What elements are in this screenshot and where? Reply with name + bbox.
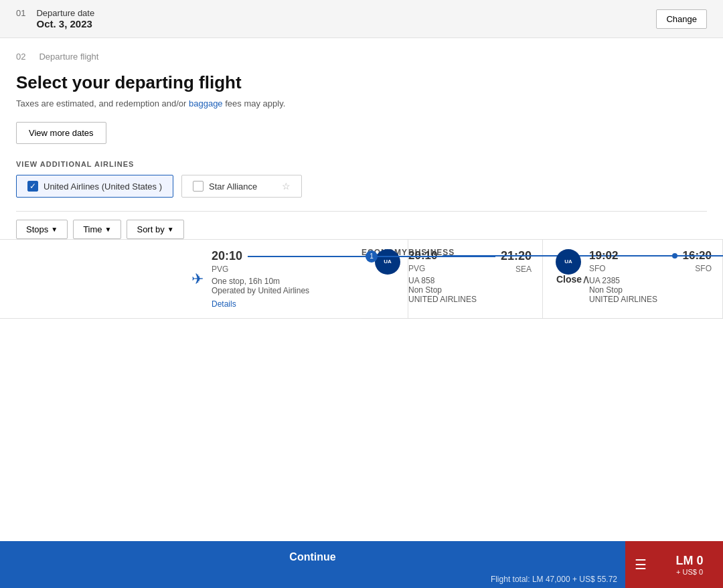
ua-logo-2: UA — [556, 249, 581, 275]
continue-section: Continue Flight total: LM 47,000 + US$ 5… — [0, 541, 625, 588]
departure-date-header: 01 Departure date Oct. 3, 2023 Change — [0, 0, 723, 38]
segment-2-left: UA 19:02 21:20 SFO SEA UA 2385 Non Sto — [542, 240, 723, 318]
seg-2-times: 19:02 21:20 — [589, 249, 723, 263]
stop-dot: 1 — [366, 250, 378, 263]
united-checkbox[interactable]: ✓ — [27, 181, 38, 192]
stops-label: Stops — [26, 224, 48, 234]
sort-by-filter[interactable]: Sort by ▼ — [127, 220, 183, 239]
lm-sub: + US$ 0 — [676, 568, 703, 576]
step-01-num: 01 — [16, 8, 25, 18]
depart-airport-1: PVG — [212, 265, 228, 274]
flight-total: Flight total: LM 47,000 + US$ 55.72 — [0, 573, 625, 588]
stops-filter[interactable]: Stops ▼ — [16, 220, 68, 239]
main-content: Select your departing flight Taxes are e… — [0, 72, 723, 239]
step-01: 01 Departure date Oct. 3, 2023 — [16, 8, 94, 29]
subtitle-end: fees may apply. — [223, 98, 286, 108]
airline-option-united[interactable]: ✓ United Airlines (United States ) — [16, 175, 173, 198]
airlines-label: VIEW ADDITIONAL AIRLINES — [16, 160, 707, 168]
airline-option-star[interactable]: Star Alliance ☆ — [181, 175, 302, 198]
change-date-button[interactable]: Change — [656, 9, 707, 29]
step-02-num: 02 — [16, 52, 25, 62]
hamburger-button[interactable]: ☰ — [625, 541, 656, 588]
step-02-label: Departure flight — [39, 52, 98, 62]
page-title: Select your departing flight — [16, 72, 707, 93]
star-label: Star Alliance — [209, 181, 257, 192]
time-arrow: ▼ — [105, 226, 112, 233]
flight-icon: ✈ — [191, 271, 204, 288]
seg-1-dep-apt: PVG — [408, 264, 425, 273]
filters-row: Stops ▼ Time ▼ Sort by ▼ — [16, 211, 707, 239]
seg-2-info: 19:02 21:20 SFO SEA UA 2385 Non Stop UNI… — [589, 249, 723, 304]
seg-2-stop-type: Non Stop — [589, 285, 723, 295]
column-headers: ECONOMY BUSINESS — [0, 240, 181, 319]
depart-time-1: 20:10 — [212, 249, 242, 263]
star-checkbox[interactable] — [193, 181, 204, 192]
seg-2-flight-num: UA 2385 — [589, 276, 723, 285]
bottom-bar: Continue Flight total: LM 47,000 + US$ 5… — [0, 541, 723, 588]
seg-2-airline: UNITED AIRLINES — [589, 295, 723, 304]
united-label: United Airlines (United States ) — [44, 181, 162, 192]
page-subtitle: Taxes are estimated, and redemption and/… — [16, 98, 707, 108]
view-more-dates-button[interactable]: View more dates — [16, 122, 106, 144]
airlines-options: ✓ United Airlines (United States ) Star … — [16, 175, 707, 198]
hamburger-icon: ☰ — [635, 557, 647, 573]
details-anchor-1[interactable]: Details — [212, 299, 236, 309]
expanded-segment-2: UA 19:02 21:20 SFO SEA UA 2385 Non Sto — [542, 240, 723, 319]
section-02-header: 02 Departure flight — [0, 38, 723, 62]
sort-arrow: ▼ — [167, 226, 174, 233]
seg-2-depart: 19:02 — [589, 249, 618, 263]
star-icon: ☆ — [282, 181, 291, 192]
subtitle-text: Taxes are estimated, and redemption and/… — [16, 98, 189, 108]
seg-2-airports: SFO SEA — [589, 264, 723, 273]
route-line-1: 1 — [248, 250, 495, 263]
seg-2-dep-apt: SFO — [589, 264, 606, 273]
step-01-value: Oct. 3, 2023 — [36, 18, 94, 29]
segment-2-detail: UA 19:02 21:20 SFO SEA UA 2385 Non Sto — [556, 249, 723, 304]
time-filter[interactable]: Time ▼ — [73, 220, 121, 239]
time-label: Time — [83, 224, 102, 234]
seg-2-bar — [623, 255, 723, 256]
flight-1-times: 20:10 1 21:20 — [212, 249, 532, 263]
close-row: ✈ 20:10 1 21:20 PVG SEA One stop, 16h 10… — [181, 240, 362, 319]
flights-container: ECONOMY BUSINESS ✈ 20:10 1 21:20 PVG SE — [0, 239, 723, 319]
lm-badge: LM 0 + US$ 0 — [656, 541, 723, 588]
airlines-section: VIEW ADDITIONAL AIRLINES ✓ United Airlin… — [16, 160, 707, 198]
stops-arrow: ▼ — [51, 226, 58, 233]
lm-value: LM 0 — [675, 554, 703, 568]
route-bar-1: 1 — [248, 256, 495, 257]
baggage-link[interactable]: baggage — [189, 98, 223, 108]
step-01-label: Departure date — [36, 8, 94, 18]
sort-by-label: Sort by — [137, 224, 164, 234]
continue-button[interactable]: Continue — [0, 541, 625, 573]
